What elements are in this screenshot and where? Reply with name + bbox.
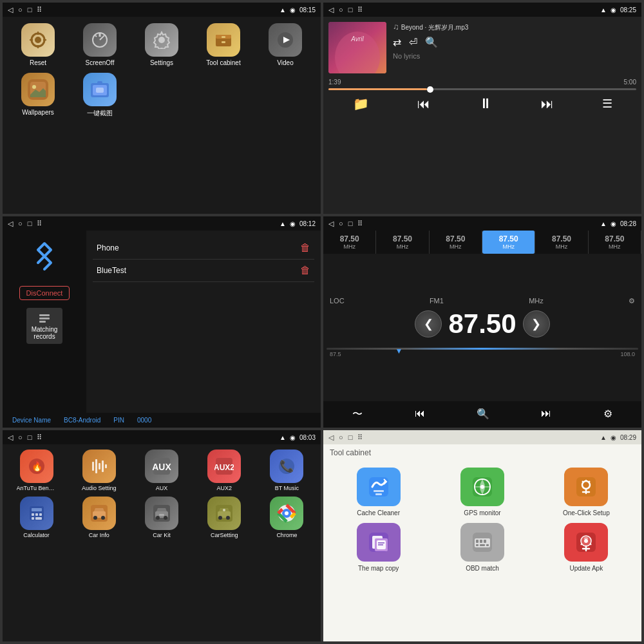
back-icon[interactable]: ◁: [8, 6, 13, 14]
freq-tab-1[interactable]: 87.50 MHz: [323, 231, 376, 254]
radio-scale-bar: [327, 348, 638, 350]
app-carkit[interactable]: Car Kit: [133, 497, 190, 538]
app-aux[interactable]: AUX AUX: [133, 450, 190, 491]
tool-obd-match[interactable]: OBD match: [433, 523, 531, 572]
carinfo-label: Car Info: [89, 532, 109, 538]
statusbar-home: ◁ ○ □ ⠿ ▲ ◉ 08:15: [3, 3, 321, 17]
app-aux2[interactable]: AUX2 AUX2: [196, 450, 253, 491]
device-name-label: Device Name: [12, 417, 51, 424]
album-art: Avril: [328, 22, 386, 73]
folder-icon[interactable]: 📁: [353, 96, 369, 111]
radio-settings-icon[interactable]: ⚙: [629, 297, 635, 305]
play-pause-icon[interactable]: ⏸: [478, 95, 493, 112]
svg-rect-14: [222, 36, 225, 38]
freq-tab-5[interactable]: 87.50 MHz: [535, 231, 588, 254]
home-icon-bt[interactable]: ○: [18, 220, 23, 227]
tool-update-apk[interactable]: Update Apk: [538, 523, 635, 572]
app-grid-home: Reset ScreenOff: [3, 17, 321, 73]
app-toolcabinet[interactable]: Tool cabinet: [194, 23, 252, 66]
back-icon-bt[interactable]: ◁: [8, 220, 13, 228]
home-icon-tool[interactable]: ○: [339, 433, 343, 441]
home-icon-music[interactable]: ○: [339, 6, 343, 14]
svg-marker-54: [94, 508, 104, 511]
recents-icon-tool[interactable]: □: [348, 433, 353, 441]
radio-scale-labels: 87.5 108.0: [327, 351, 638, 357]
update-apk-label: Update Apk: [569, 565, 603, 572]
tool-cache-cleaner[interactable]: Cache Cleaner: [330, 468, 427, 516]
prev-icon[interactable]: ⏮: [417, 97, 430, 111]
tool-grid: Cache Cleaner GPS monitor: [323, 461, 641, 578]
radio-forward-icon[interactable]: ⏭: [536, 404, 556, 424]
app-btmusic[interactable]: 📞 BT Music: [258, 450, 316, 491]
back-icon-tool[interactable]: ◁: [328, 433, 334, 442]
freq-tab-2[interactable]: 87.50 MHz: [376, 231, 429, 254]
app-antutu[interactable]: 🔥 AnTuTu Benchm...: [8, 450, 65, 491]
progress-bar[interactable]: [328, 88, 636, 90]
progress-fill: [328, 88, 427, 90]
radio-band: FM1: [430, 297, 444, 305]
tool-cabinet-title: Tool cabinet: [330, 448, 371, 457]
app-reset[interactable]: Reset: [9, 23, 67, 66]
app-screenoff[interactable]: ScreenOff: [71, 23, 129, 66]
app-wallpapers[interactable]: Wallpapers: [9, 73, 67, 118]
radio-search-icon[interactable]: 🔍: [471, 404, 495, 424]
search-music-icon[interactable]: 🔍: [425, 36, 438, 48]
app-chrome[interactable]: Chrome: [258, 497, 316, 538]
recents-icon[interactable]: □: [28, 6, 32, 14]
shuffle-icon[interactable]: ⇄: [393, 36, 401, 48]
app-settings[interactable]: Settings: [133, 23, 191, 66]
svg-point-101: [584, 539, 588, 543]
recents-icon-radio[interactable]: □: [348, 220, 353, 227]
svg-rect-92: [476, 540, 478, 543]
app-grid-row2: Wallpapers 一键截图: [3, 73, 321, 118]
radio-next-btn[interactable]: ❯: [523, 310, 550, 337]
app-audio[interactable]: Audio Setting: [70, 450, 128, 491]
recents-icon-bt[interactable]: □: [28, 220, 32, 227]
music-content: Avril ♫ Beyond · 光辉岁月.mp3 ⇄ ⏎ 🔍 No lyric…: [323, 17, 641, 214]
matching-records-button[interactable]: Matchingrecords: [26, 308, 63, 344]
radio-rewind-icon[interactable]: ⏮: [410, 404, 430, 424]
bt-delete-bluetest[interactable]: 🗑: [300, 265, 310, 276]
svg-point-67: [226, 516, 230, 520]
next-icon[interactable]: ⏭: [541, 97, 554, 111]
recents-icon-apps[interactable]: □: [28, 433, 32, 441]
svg-marker-59: [156, 508, 167, 511]
playlist-icon[interactable]: ☰: [602, 97, 612, 111]
obd-match-icon: [460, 523, 504, 562]
time-bt: 08:12: [299, 220, 316, 227]
svg-rect-75: [375, 493, 382, 495]
time-apps: 08:03: [299, 434, 316, 441]
scale-min: 87.5: [330, 351, 341, 357]
equalizer-icon[interactable]: ⏎: [409, 36, 417, 48]
disconnect-button[interactable]: DisConnect: [19, 286, 70, 300]
svg-rect-48: [35, 513, 38, 516]
back-icon-music[interactable]: ◁: [328, 6, 334, 14]
home-icon-apps[interactable]: ○: [18, 433, 23, 441]
back-icon-radio[interactable]: ◁: [328, 220, 334, 228]
panel-music: ◁ ○ □ ⠿ ▲ ◉ 08:25: [323, 3, 641, 214]
radio-prev-btn[interactable]: ❮: [415, 310, 442, 337]
reset-icon: [21, 23, 55, 57]
app-video[interactable]: Video: [256, 23, 314, 66]
app-screenshot[interactable]: 一键截图: [71, 73, 129, 118]
app-carsetting[interactable]: CarSetting: [196, 497, 253, 538]
tool-map-copy[interactable]: The map copy: [330, 523, 427, 572]
back-icon-apps[interactable]: ◁: [8, 433, 13, 442]
tool-gps-monitor[interactable]: GPS monitor: [433, 468, 531, 516]
svg-point-56: [101, 516, 105, 520]
app-calculator[interactable]: Calculator: [8, 497, 65, 538]
tool-oneclick-setup[interactable]: One-Click Setup: [538, 468, 635, 516]
bt-delete-phone[interactable]: 🗑: [300, 242, 310, 254]
app-carinfo[interactable]: Car Info: [70, 497, 128, 538]
home-icon-radio[interactable]: ○: [339, 220, 343, 227]
home-icon[interactable]: ○: [18, 6, 23, 14]
svg-rect-95: [476, 544, 478, 546]
svg-rect-94: [484, 540, 486, 543]
freq-tab-4-active[interactable]: 87.50 MHz: [482, 231, 535, 254]
radio-gear-icon[interactable]: ⚙: [598, 404, 618, 424]
radio-waveform-icon[interactable]: 〜: [347, 404, 368, 424]
radio-bottom-controls: 〜 ⏮ 🔍 ⏭ ⚙: [323, 401, 641, 428]
freq-tab-3[interactable]: 87.50 MHz: [430, 231, 482, 254]
recents-icon-music[interactable]: □: [348, 6, 353, 14]
freq-tab-6[interactable]: 87.50 MHz: [589, 231, 641, 254]
